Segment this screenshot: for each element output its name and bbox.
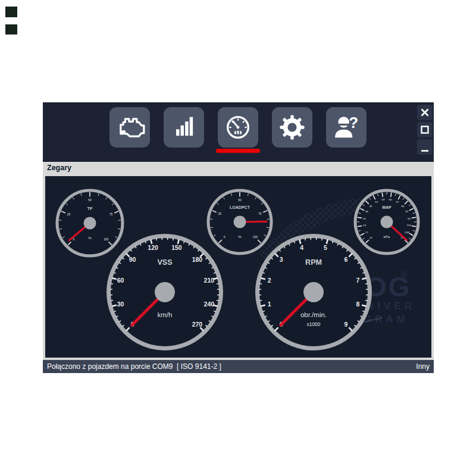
user-question-icon: ? <box>331 112 362 143</box>
vss-title: VSS <box>157 258 172 267</box>
svg-text:0: 0 <box>224 236 226 239</box>
tp-title: TP <box>87 206 93 211</box>
svg-text:59: 59 <box>382 198 385 201</box>
svg-text:73: 73 <box>396 201 399 203</box>
toolbar-button-gauges[interactable] <box>218 107 258 148</box>
toolbar: ? <box>43 102 434 162</box>
toolbar-button-engine[interactable] <box>109 107 150 148</box>
svg-text:270: 270 <box>192 321 203 328</box>
svg-text:1: 1 <box>268 300 271 308</box>
svg-text:0: 0 <box>73 238 74 241</box>
tp-hub <box>84 217 96 230</box>
svg-text:66: 66 <box>389 198 392 201</box>
svg-text:75: 75 <box>109 213 113 216</box>
svg-text:10: 10 <box>369 236 372 239</box>
svg-text:120: 120 <box>148 244 158 251</box>
svg-text:6: 6 <box>345 256 348 263</box>
registered-mark-watermark: ® <box>401 270 408 279</box>
gauge-map: 10172431384552596673808794101108115MAPkP… <box>354 189 419 255</box>
svg-text:240: 240 <box>204 300 215 308</box>
svg-text:2: 2 <box>268 277 271 284</box>
svg-text:17: 17 <box>365 231 368 234</box>
svg-text:25: 25 <box>67 213 71 216</box>
rpm-title: RPM <box>305 258 322 267</box>
svg-text:60: 60 <box>117 277 124 284</box>
svg-text:210: 210 <box>204 277 215 284</box>
close-button[interactable] <box>417 105 433 120</box>
toolbar-buttons: ? <box>109 107 367 148</box>
svg-text:150: 150 <box>171 244 182 251</box>
svg-text:90: 90 <box>129 256 136 263</box>
map-title: MAP <box>382 205 392 209</box>
gear-icon <box>277 112 308 143</box>
toolbar-button-help[interactable]: ? <box>326 107 367 148</box>
logo-watermark-line2: GRAM <box>364 314 409 325</box>
page-title: Zegary <box>47 164 71 172</box>
toolbar-button-stats[interactable] <box>164 107 204 148</box>
rpm-unit-multiplier: x1000 <box>306 321 320 327</box>
thumbnail-square-bottom <box>5 24 17 35</box>
status-connection: Połączono z pojazdem na porcie COM9 [ IS… <box>47 362 221 371</box>
svg-text:50: 50 <box>238 199 242 202</box>
vss-unit: km/h <box>158 311 173 318</box>
svg-text:80: 80 <box>401 205 404 208</box>
vss-hub <box>155 282 175 302</box>
map-unit: kPa <box>384 235 390 239</box>
tp-unit: % <box>88 236 92 240</box>
loadpct-unit: % <box>238 235 242 239</box>
gauge-panel-frame: OG®RIVERGRAM0255075100TP%0255075100LOADP… <box>43 174 434 360</box>
logo-watermark-line1: RIVER <box>367 300 415 312</box>
maximize-button[interactable] <box>417 122 433 137</box>
svg-text:9: 9 <box>345 321 348 328</box>
svg-text:75: 75 <box>258 212 262 215</box>
gauge-panel: OG®RIVERGRAM0255075100TP%0255075100LOADP… <box>45 176 431 358</box>
rpm-hub <box>303 282 324 302</box>
gauge-vss: 0306090120150180210240270VSSkm/h <box>106 233 224 351</box>
svg-text:25: 25 <box>218 212 222 215</box>
svg-text:52: 52 <box>375 201 378 203</box>
toolbar-button-settings[interactable] <box>272 107 312 148</box>
svg-text:5: 5 <box>324 244 327 251</box>
window-controls <box>417 105 433 155</box>
svg-text:38: 38 <box>365 210 368 213</box>
svg-text:45: 45 <box>369 205 372 208</box>
signal-bars-icon <box>168 112 199 143</box>
screenshot-canvas: ? <box>0 0 476 476</box>
svg-text:31: 31 <box>363 217 366 220</box>
svg-text:3: 3 <box>280 256 283 263</box>
svg-text:30: 30 <box>117 300 124 308</box>
loadpct-hub <box>234 216 246 228</box>
svg-text:108: 108 <box>405 231 409 234</box>
speedometer-icon <box>223 112 253 143</box>
app-window: ? <box>43 102 434 373</box>
page-title-strip: Zegary <box>43 162 434 174</box>
svg-text:180: 180 <box>192 256 203 263</box>
svg-text:100: 100 <box>253 236 258 239</box>
gauge-tp: 0255075100TP% <box>56 189 124 257</box>
svg-text:94: 94 <box>408 217 411 220</box>
svg-text:87: 87 <box>405 210 408 213</box>
svg-text:101: 101 <box>407 224 412 227</box>
maximize-icon <box>417 122 433 137</box>
svg-text:24: 24 <box>363 224 366 227</box>
gauge-loadpct: 0255075100LOADPCT% <box>207 189 273 255</box>
svg-text:7: 7 <box>356 277 359 284</box>
loadpct-title: LOADPCT <box>230 205 250 209</box>
active-tab-underline <box>216 149 260 153</box>
svg-text:100: 100 <box>104 238 108 241</box>
status-bar: Połączono z pojazdem na porcie COM9 [ IS… <box>43 360 434 373</box>
svg-text:8: 8 <box>356 300 359 308</box>
rpm-unit: obr./min. <box>300 311 327 318</box>
svg-text:50: 50 <box>88 199 92 202</box>
status-protocol: Inny <box>416 362 430 371</box>
close-icon <box>417 105 433 120</box>
minimize-icon <box>417 139 433 155</box>
minimize-button[interactable] <box>417 139 433 155</box>
thumbnail-square-top <box>5 7 17 17</box>
svg-text:4: 4 <box>300 244 303 251</box>
gauge-rpm: 0123456789RPMobr./min.x1000 <box>255 233 372 351</box>
question-glyph: ? <box>349 114 358 131</box>
map-hub <box>381 216 393 228</box>
engine-icon <box>114 112 145 143</box>
